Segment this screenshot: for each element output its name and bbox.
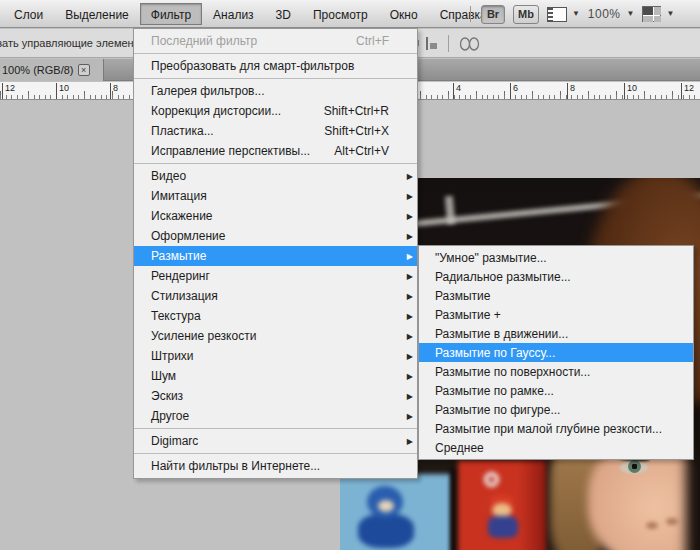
blur-submenu-item[interactable]: Размытие при малой глубине резкости...	[419, 419, 693, 438]
menu-item-shortcut: Shift+Ctrl+X	[324, 124, 401, 138]
close-icon[interactable]: ×	[78, 64, 90, 76]
submenu-arrow-icon: ▶	[401, 192, 413, 201]
poster-megaman	[340, 474, 452, 550]
menu-item-label: Другое	[151, 409, 189, 423]
blur-submenu-item[interactable]: Среднее	[419, 438, 693, 457]
filter-menu-item[interactable]: Искажение ▶	[134, 206, 417, 226]
filter-menu-item[interactable]: Эскиз ▶	[134, 386, 417, 406]
filter-menu-item[interactable]: Digimarc ▶	[134, 431, 417, 451]
filter-menu-item[interactable]: Галерея фильтров... ▶	[134, 81, 417, 101]
filter-menu-item[interactable]: Найти фильтры в Интернете... ▶	[134, 456, 417, 476]
filter-menu-item[interactable]: Преобразовать для смарт-фильтров ▶	[134, 56, 417, 76]
menu-item-label: Радиальное размытие...	[435, 270, 571, 284]
blur-submenu-item[interactable]: Размытие в движении...	[419, 324, 693, 343]
filter-menu-item[interactable]: Текстура ▶	[134, 306, 417, 326]
menu-item-label: Усиление резкости	[151, 329, 256, 343]
mobile-bridge-button[interactable]: Mb	[513, 5, 539, 24]
submenu-arrow-icon: ▶	[401, 252, 413, 261]
menubar-item[interactable]: Слои	[3, 3, 54, 25]
menu-item-label: Шум	[151, 369, 176, 383]
screen-layout-icon	[642, 6, 661, 22]
filter-menu-item[interactable]: Стилизация ▶	[134, 286, 417, 306]
document-tab-title: 100% (RGB/8)	[2, 64, 74, 76]
menu-item-label: Рендеринг	[151, 269, 210, 283]
launch-bridge-button[interactable]: Br	[481, 5, 505, 24]
photo-eye-iris	[628, 460, 641, 473]
menu-item-label: Имитация	[151, 189, 207, 203]
menubar-item[interactable]: Фильтр	[140, 3, 202, 25]
menu-item-label: Размытие в движении...	[435, 327, 568, 341]
menu-item-label: Искажение	[151, 209, 213, 223]
view-extras-control[interactable]: ▼	[547, 7, 580, 22]
filter-menu-item[interactable]: Исправление перспективы... Alt+Ctrl+V ▶	[134, 141, 417, 161]
blur-submenu-item[interactable]: "Умное" размытие...	[419, 248, 693, 267]
menu-item-label: Среднее	[435, 441, 484, 455]
menubar-item-label: Просмотр	[313, 8, 368, 22]
filter-menu-item[interactable]: Шум ▶	[134, 366, 417, 386]
submenu-arrow-icon: ▶	[401, 392, 413, 401]
filter-menu-item[interactable]: Оформление ▶	[134, 226, 417, 246]
menu-item-label: Digimarc	[151, 434, 198, 448]
poster-mario	[458, 460, 546, 550]
filter-menu-item[interactable]: Коррекция дисторсии... Shift+Ctrl+R ▶	[134, 101, 417, 121]
menu-item-label: Стилизация	[151, 289, 218, 303]
menu-item-label: Найти фильтры в Интернете...	[151, 459, 320, 473]
menubar-item[interactable]: Просмотр	[302, 3, 379, 25]
filter-menu-item[interactable]: Пластика... Shift+Ctrl+X ▶	[134, 121, 417, 141]
filter-menu-item[interactable]: Имитация ▶	[134, 186, 417, 206]
chevron-down-icon: ▼	[572, 10, 580, 18]
photo-pole-knob	[445, 196, 455, 225]
menu-item-label: Исправление перспективы...	[151, 144, 310, 158]
submenu-arrow-icon: ▶	[401, 272, 413, 281]
filter-menu-item[interactable]: Размытие ▶	[134, 246, 417, 266]
menu-item-shortcut: Shift+Ctrl+R	[324, 104, 401, 118]
blur-submenu-item[interactable]: Размытие по поверхности...	[419, 362, 693, 381]
submenu-arrow-icon: ▶	[401, 412, 413, 421]
menubar-item[interactable]: Окно	[379, 3, 429, 25]
menubar-item-label: Анализ	[213, 8, 254, 22]
menu-item-label: Размытие по фигуре...	[435, 403, 560, 417]
blur-submenu-item[interactable]: Размытие по фигуре...	[419, 400, 693, 419]
menu-item-label: Эскиз	[151, 389, 183, 403]
blur-submenu-item[interactable]: Размытие по Гауссу...	[419, 343, 693, 362]
filter-menu-item[interactable]: Усиление резкости ▶	[134, 326, 417, 346]
submenu-arrow-icon: ▶	[401, 212, 413, 221]
align-icon[interactable]	[426, 37, 438, 50]
menubar-item[interactable]: 3D	[265, 3, 302, 25]
blur-submenu: "Умное" размытие... Радиальное размытие.…	[418, 245, 694, 460]
options-bar-icons	[408, 35, 481, 52]
chevron-down-icon: ▼	[666, 10, 674, 18]
show-transform-controls-label: зать управляющие элемен	[0, 37, 134, 49]
menu-item-label: Галерея фильтров...	[151, 84, 264, 98]
screen-layout-control[interactable]: ▼	[642, 6, 674, 22]
filter-menu-item[interactable]: Видео ▶	[134, 166, 417, 186]
ruler-mark: 12	[2, 83, 15, 99]
blur-submenu-item[interactable]: Размытие по рамке...	[419, 381, 693, 400]
distribute-icon[interactable]	[459, 37, 481, 51]
menubar-item-label: Фильтр	[151, 8, 191, 22]
menu-item-shortcut: Alt+Ctrl+V	[334, 144, 401, 158]
blur-submenu-item[interactable]: Размытие +	[419, 305, 693, 324]
photo-nose-shadow	[666, 518, 678, 525]
menubar-item[interactable]: Анализ	[202, 3, 265, 25]
filter-menu-item[interactable]: Последний фильтр Ctrl+F ▶	[134, 31, 417, 51]
menu-separator	[134, 78, 417, 79]
menu-item-label: Размытие по поверхности...	[435, 365, 590, 379]
filter-menu-item[interactable]: Штрихи ▶	[134, 346, 417, 366]
submenu-arrow-icon: ▶	[401, 372, 413, 381]
document-tab[interactable]: 100% (RGB/8) ×	[0, 59, 104, 81]
menubar-item[interactable]: Выделение	[54, 3, 140, 25]
menu-item-label: Размытие при малой глубине резкости...	[435, 422, 662, 436]
options-separator	[448, 35, 449, 52]
blur-submenu-item[interactable]: Радиальное размытие...	[419, 267, 693, 286]
filter-menu-item[interactable]: Рендеринг ▶	[134, 266, 417, 286]
filter-menu-item[interactable]: Другое ▶	[134, 406, 417, 426]
blur-submenu-item[interactable]: Размытие	[419, 286, 693, 305]
appbar-tools: Br Mb ▼ 100% ▼ ▼	[470, 0, 674, 28]
zoom-level-control[interactable]: 100% ▼	[588, 7, 635, 21]
menu-item-label: Пластика...	[151, 124, 214, 138]
menu-separator	[134, 428, 417, 429]
main-menubar: Слои Выделение Фильтр Анализ 3D Просмотр	[0, 0, 498, 27]
menu-item-label: Видео	[151, 169, 186, 183]
menu-item-label: "Умное" размытие...	[435, 251, 547, 265]
